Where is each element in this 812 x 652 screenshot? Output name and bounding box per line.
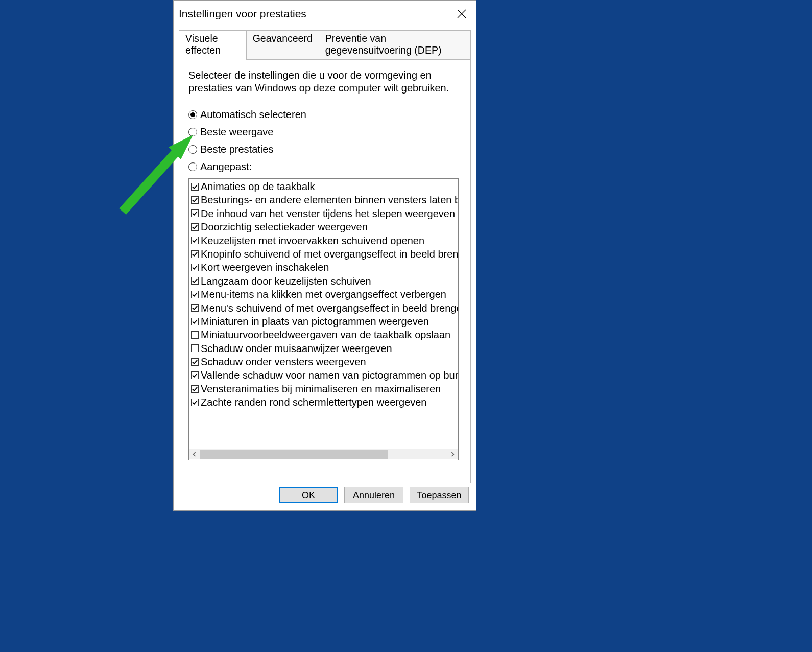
radio-icon — [188, 145, 197, 154]
option-row[interactable]: Menu's schuivend of met overgangseffect … — [191, 301, 456, 315]
option-label: Langzaam door keuzelijsten schuiven — [201, 274, 371, 288]
radio-label: Aangepast: — [200, 161, 252, 172]
checkbox-icon[interactable] — [191, 344, 199, 352]
close-icon — [457, 9, 466, 18]
option-row[interactable]: Schaduw onder muisaanwijzer weergeven — [191, 342, 456, 355]
option-label: Zachte randen rond schermlettertypen wee… — [201, 395, 426, 409]
option-label: Animaties op de taakbalk — [201, 180, 315, 193]
scroll-right-button[interactable] — [447, 449, 458, 459]
option-row[interactable]: Knopinfo schuivend of met overgangseffec… — [191, 247, 456, 261]
option-row[interactable]: Vensteranimaties bij minimaliseren en ma… — [191, 382, 456, 395]
option-row[interactable]: Schaduw onder vensters weergeven — [191, 355, 456, 368]
checkbox-icon[interactable] — [191, 209, 199, 217]
radio-custom[interactable]: Aangepast: — [188, 161, 461, 172]
performance-options-dialog: Instellingen voor prestaties Visuele eff… — [173, 0, 476, 511]
checkbox-icon[interactable] — [191, 196, 199, 204]
option-row[interactable]: Doorzichtig selectiekader weergeven — [191, 220, 456, 234]
option-label: Miniatuurvoorbeeldweergaven van de taakb… — [201, 328, 450, 341]
button-label: OK — [302, 490, 315, 501]
radio-auto[interactable]: Automatisch selecteren — [188, 109, 461, 120]
option-label: De inhoud van het venster tijdens het sl… — [201, 207, 455, 220]
option-label: Schaduw onder vensters weergeven — [201, 355, 366, 368]
effects-mode-radio-group: Automatisch selecteren Beste weergave Be… — [188, 109, 461, 172]
option-label: Besturings- en andere elementen binnen v… — [201, 193, 459, 206]
tab-visual-effects[interactable]: Visuele effecten — [179, 30, 247, 60]
radio-label: Beste weergave — [200, 126, 273, 137]
tab-label: Geavanceerd — [253, 33, 313, 44]
option-label: Miniaturen in plaats van pictogrammen we… — [201, 315, 429, 328]
tab-label: Preventie van gegevensuitvoering (DEP) — [325, 33, 442, 56]
checkbox-icon[interactable] — [191, 264, 199, 271]
option-row[interactable]: Kort weergeven inschakelen — [191, 261, 456, 274]
scroll-thumb[interactable] — [200, 450, 388, 459]
titlebar: Instellingen voor prestaties — [174, 1, 476, 27]
dialog-button-row: OK Annuleren Toepassen — [279, 487, 469, 503]
scroll-track[interactable] — [200, 449, 447, 459]
option-label: Vallende schaduw voor namen van pictogra… — [201, 368, 459, 382]
option-label: Vensteranimaties bij minimaliseren en ma… — [201, 382, 441, 395]
radio-icon — [188, 110, 197, 119]
chevron-right-icon — [450, 452, 455, 457]
checkbox-icon[interactable] — [191, 277, 199, 285]
ok-button[interactable]: OK — [279, 487, 338, 503]
option-row[interactable]: Besturings- en andere elementen binnen v… — [191, 193, 456, 206]
option-row[interactable]: Zachte randen rond schermlettertypen wee… — [191, 395, 456, 409]
checkbox-icon[interactable] — [191, 385, 199, 393]
dialog-content: Visuele effecten Geavanceerd Preventie v… — [174, 30, 476, 483]
option-row[interactable]: Keuzelijsten met invoervakken schuivend … — [191, 234, 456, 247]
cancel-button[interactable]: Annuleren — [344, 487, 403, 503]
radio-label: Beste prestaties — [200, 144, 273, 155]
panel-description: Selecteer de instellingen die u voor de … — [188, 69, 461, 95]
horizontal-scrollbar[interactable] — [189, 449, 458, 459]
checkbox-icon[interactable] — [191, 371, 199, 379]
tab-label: Visuele effecten — [185, 33, 221, 56]
tab-panel-visual-effects: Selecteer de instellingen die u voor de … — [179, 59, 471, 483]
apply-button[interactable]: Toepassen — [410, 487, 469, 503]
window-title: Instellingen voor prestaties — [179, 8, 306, 20]
option-row[interactable]: Menu-items na klikken met overgangseffec… — [191, 288, 456, 301]
custom-options-listbox[interactable]: Animaties op de taakbalkBesturings- en a… — [188, 178, 459, 460]
option-row[interactable]: Vallende schaduw voor namen van pictogra… — [191, 368, 456, 382]
option-row[interactable]: Animaties op de taakbalk — [191, 180, 456, 193]
option-row[interactable]: Miniatuurvoorbeeldweergaven van de taakb… — [191, 328, 456, 341]
checkbox-icon[interactable] — [191, 223, 199, 231]
checkbox-icon[interactable] — [191, 399, 199, 406]
checkbox-icon[interactable] — [191, 304, 199, 312]
chevron-left-icon — [192, 452, 197, 457]
checkbox-icon[interactable] — [191, 250, 199, 258]
checkbox-icon[interactable] — [191, 183, 199, 191]
radio-icon — [188, 128, 197, 136]
tab-group: Visuele effecten Geavanceerd Preventie v… — [179, 30, 471, 483]
option-row[interactable]: De inhoud van het venster tijdens het sl… — [191, 207, 456, 220]
option-label: Keuzelijsten met invoervakken schuivend … — [201, 234, 424, 247]
tab-advanced[interactable]: Geavanceerd — [247, 30, 319, 60]
radio-icon — [188, 162, 197, 171]
option-label: Knopinfo schuivend of met overgangseffec… — [201, 247, 459, 261]
tab-dep[interactable]: Preventie van gegevensuitvoering (DEP) — [319, 30, 471, 60]
checkbox-icon[interactable] — [191, 291, 199, 298]
checkbox-icon[interactable] — [191, 358, 199, 366]
option-row[interactable]: Miniaturen in plaats van pictogrammen we… — [191, 315, 456, 328]
option-label: Doorzichtig selectiekader weergeven — [201, 220, 368, 234]
radio-label: Automatisch selecteren — [200, 109, 306, 120]
option-label: Menu-items na klikken met overgangseffec… — [201, 288, 446, 301]
close-button[interactable] — [447, 1, 476, 27]
radio-best-performance[interactable]: Beste prestaties — [188, 144, 461, 155]
button-label: Toepassen — [417, 490, 461, 501]
button-label: Annuleren — [353, 490, 395, 501]
option-label: Kort weergeven inschakelen — [201, 261, 329, 274]
checkbox-icon[interactable] — [191, 331, 199, 339]
checkbox-icon[interactable] — [191, 237, 199, 244]
checkbox-icon[interactable] — [191, 318, 199, 325]
svg-line-2 — [123, 150, 178, 212]
option-label: Schaduw onder muisaanwijzer weergeven — [201, 342, 392, 355]
tab-strip: Visuele effecten Geavanceerd Preventie v… — [179, 30, 471, 60]
radio-best-appearance[interactable]: Beste weergave — [188, 126, 461, 137]
options-container: Animaties op de taakbalkBesturings- en a… — [189, 179, 458, 410]
scroll-left-button[interactable] — [189, 449, 200, 459]
option-label: Menu's schuivend of met overgangseffect … — [201, 301, 459, 315]
option-row[interactable]: Langzaam door keuzelijsten schuiven — [191, 274, 456, 288]
